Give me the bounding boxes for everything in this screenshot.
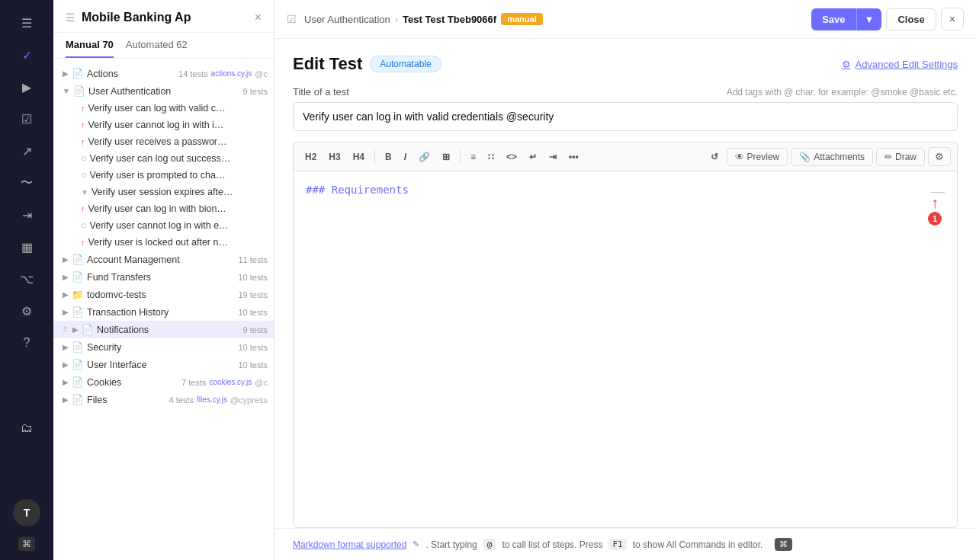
- tree-label: Verify user session expires afte…: [92, 187, 268, 197]
- file-name-badge: cookies.cy.js: [209, 378, 252, 386]
- branch-icon[interactable]: ⌥: [13, 265, 40, 293]
- markdown-link[interactable]: Markdown format supported: [293, 539, 406, 550]
- indent-button[interactable]: ↵: [524, 149, 542, 165]
- drag-handle-icon[interactable]: ⠿: [63, 325, 68, 334]
- tree-item-ua-6[interactable]: ▼ Verify user session expires afte…: [53, 184, 274, 200]
- chevron-down-icon: ▼: [81, 188, 88, 197]
- tree-label: Verify user is prompted to cha…: [90, 170, 268, 181]
- bar-chart-icon[interactable]: ▦: [13, 233, 40, 261]
- test-title-input[interactable]: [293, 102, 958, 131]
- tree-item-cookies[interactable]: ▶ 📄 Cookies 7 tests cookies.cy.js @c: [53, 373, 274, 391]
- breadcrumb-parent[interactable]: User Authentication: [304, 14, 390, 25]
- advanced-edit-settings-link[interactable]: ⚙ Advanced Edit Settings: [842, 59, 958, 70]
- project-panel: ☰ Mobile Banking Ap × Manual 70 Automate…: [53, 0, 274, 560]
- save-button[interactable]: Save ▼: [811, 8, 881, 30]
- list-check-icon[interactable]: ☑: [13, 105, 40, 133]
- tree-item-actions[interactable]: ▶ 📄 Actions 14 tests actions.cy.js @c: [53, 65, 274, 82]
- preview-label: Preview: [747, 152, 780, 162]
- edit-header: Edit Test Automatable ⚙ Advanced Edit Se…: [293, 54, 958, 74]
- project-header: ☰ Mobile Banking Ap ×: [53, 0, 274, 33]
- trend-icon[interactable]: ↗: [13, 137, 40, 165]
- wave-icon[interactable]: 〜: [13, 169, 40, 197]
- avatar[interactable]: T: [13, 499, 40, 526]
- save-label: Save: [811, 8, 856, 30]
- tree-item-ua-3[interactable]: ↑ Verify user receives a passwor…: [53, 133, 274, 150]
- undo-button[interactable]: ↺: [705, 149, 724, 165]
- tree-label: Notifications: [97, 325, 237, 335]
- tree-item-security[interactable]: ▶ 📄 Security 10 tests: [53, 338, 274, 356]
- status-fail-icon: ↑: [81, 104, 85, 113]
- preview-button[interactable]: 👁 Preview: [727, 148, 788, 166]
- dismiss-button[interactable]: ×: [941, 8, 964, 30]
- status-fail-icon: ↑: [81, 120, 85, 130]
- tree-item-ua-4[interactable]: ○ Verify user can log out success…: [53, 150, 274, 167]
- top-bar: ☑ User Authentication › Test Test Tbeb90…: [274, 0, 976, 39]
- attachments-button[interactable]: 📎 Attachments: [791, 148, 873, 166]
- draw-button[interactable]: ✏ Draw: [876, 148, 925, 166]
- more-button[interactable]: •••: [563, 149, 584, 165]
- close-button[interactable]: Close: [886, 8, 936, 30]
- tab-automated[interactable]: Automated 62: [126, 39, 188, 58]
- heading3-button[interactable]: H3: [323, 149, 345, 165]
- tree-item-user-interface[interactable]: ▶ 📄 User Interface 10 tests: [53, 356, 274, 373]
- test-count-badge: 19 tests: [238, 290, 268, 299]
- editor-settings-button[interactable]: ⚙: [928, 147, 951, 166]
- tag-badge: @cypress: [230, 395, 268, 405]
- play-icon[interactable]: ▶: [13, 73, 40, 101]
- chevron-right-icon: ▶: [63, 395, 69, 404]
- file-icon: 📄: [72, 394, 84, 405]
- unordered-list-button[interactable]: ∷: [483, 149, 499, 165]
- project-close-button[interactable]: ×: [255, 11, 262, 24]
- check-icon[interactable]: ✓: [13, 41, 40, 69]
- status-neutral-icon: ○: [81, 220, 87, 231]
- heading2-button[interactable]: H2: [300, 149, 322, 165]
- tree-item-files[interactable]: ▶ 📄 Files 4 tests files.cy.js @cypress: [53, 391, 274, 408]
- tree-item-ua-9[interactable]: ↑ Verify user is locked out after n…: [53, 234, 274, 251]
- table-button[interactable]: ⊞: [437, 149, 455, 165]
- tree-item-fund-transfers[interactable]: ▶ 📄 Fund Transfers 10 tests: [53, 268, 274, 286]
- editor-line-icon: —: [931, 184, 945, 200]
- tree-label: User Authentication: [88, 86, 237, 97]
- tree-item-ua-5[interactable]: ○ Verify user is prompted to cha…: [53, 167, 274, 184]
- tree-item-notifications[interactable]: ⠿ ▶ 📄 Notifications 9 tests: [53, 321, 274, 338]
- tree-label: Verify user can log with valid c…: [88, 103, 268, 114]
- tree-item-tx-history[interactable]: ▶ 📄 Transaction History 10 tests: [53, 303, 274, 321]
- italic-button[interactable]: I: [399, 149, 412, 165]
- test-count-badge: 9 tests: [243, 87, 268, 96]
- help-icon[interactable]: ?: [13, 329, 40, 357]
- test-count-badge: 10 tests: [238, 308, 268, 317]
- hamburger-icon[interactable]: ☰: [13, 9, 40, 37]
- field-label-row: Title of a test Add tags with @ char, fo…: [293, 86, 958, 98]
- editor-body[interactable]: ### Requirements ↑ 1 —: [293, 171, 958, 528]
- code-button[interactable]: <>: [501, 149, 522, 165]
- tree-label: Verify user cannot log in with i…: [88, 120, 268, 130]
- file-icon: 📄: [72, 376, 84, 388]
- chevron-right-icon: ▶: [72, 325, 79, 334]
- tree-item-ua-1[interactable]: ↑ Verify user can log with valid c…: [53, 100, 274, 117]
- file-icon: 📄: [73, 85, 85, 97]
- status-fail-icon: ↑: [81, 238, 85, 247]
- tree-item-ua-2[interactable]: ↑ Verify user cannot log in with i…: [53, 117, 274, 133]
- heading4-button[interactable]: H4: [348, 149, 370, 165]
- dedent-button[interactable]: ⇥: [544, 149, 562, 165]
- tree-item-ua-7[interactable]: ↑ Verify user can log in with bion…: [53, 200, 274, 217]
- tree-item-user-auth[interactable]: ▼ 📄 User Authentication 9 tests: [53, 82, 274, 100]
- breadcrumb-current: Test Test Tbeb9066f: [403, 14, 496, 25]
- tree-item-account-mgmt[interactable]: ▶ 📄 Account Management 11 tests: [53, 251, 274, 268]
- tree-item-ua-8[interactable]: ○ Verify user cannot log in with e…: [53, 217, 274, 234]
- folder-icon[interactable]: 🗂: [13, 414, 40, 442]
- draw-label: Draw: [895, 152, 917, 162]
- export-icon[interactable]: ⇥: [13, 201, 40, 229]
- file-icon: 📄: [82, 324, 94, 335]
- settings-icon[interactable]: ⚙: [13, 297, 40, 325]
- tab-manual[interactable]: Manual 70: [66, 39, 114, 58]
- file-icon: ☰: [66, 11, 75, 24]
- bold-button[interactable]: B: [380, 149, 397, 165]
- save-dropdown-arrow[interactable]: ▼: [856, 8, 882, 30]
- keyboard-shortcut-badge: ⌘: [18, 537, 35, 551]
- ordered-list-button[interactable]: ≡: [465, 149, 481, 165]
- tree-item-todomvc[interactable]: ▶ 📁 todomvc-tests 19 tests: [53, 286, 274, 303]
- file-icon: 📄: [72, 359, 84, 370]
- test-count-badge: 9 tests: [243, 325, 268, 334]
- link-button[interactable]: 🔗: [413, 149, 435, 165]
